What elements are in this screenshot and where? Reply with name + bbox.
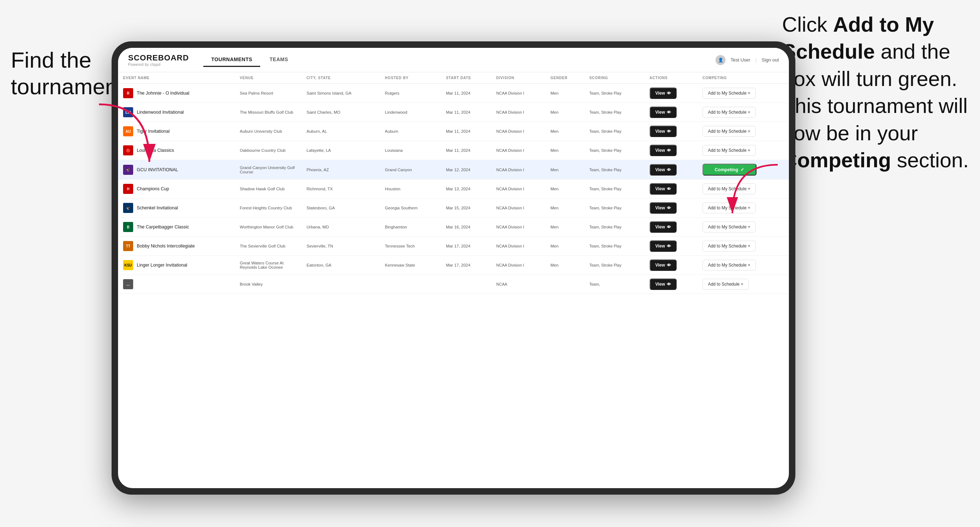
division-cell: NCAA (491, 275, 546, 294)
scoring-cell: Team, Stroke Play (584, 198, 644, 217)
team-logo: R (123, 88, 133, 98)
table-row: H Champions Cup Shadow Hawk Golf Club Ri… (118, 179, 789, 198)
event-name: Lindenwood Invitational (137, 110, 184, 115)
logo-sub: Powered by clippd (128, 63, 189, 67)
view-label: View (655, 148, 665, 153)
eye-icon: 👁 (667, 206, 671, 210)
view-button[interactable]: View 👁 (650, 202, 677, 214)
actions-cell: View 👁 (644, 122, 697, 141)
view-label: View (655, 110, 665, 115)
actions-cell: View 👁 (644, 141, 697, 160)
event-name-cell: 🦅 Schenkel Invitational (118, 198, 235, 217)
venue-cell: Shadow Hawk Golf Club (235, 179, 302, 198)
team-logo: LW (123, 107, 133, 117)
gender-cell: Men (546, 122, 584, 141)
view-label: View (655, 282, 665, 287)
eye-icon: 👁 (667, 263, 671, 267)
team-logo: TT (123, 241, 133, 251)
view-button[interactable]: View 👁 (650, 164, 677, 176)
add-label: Add to My Schedule + (708, 148, 750, 153)
eye-icon: 👁 (667, 148, 671, 152)
event-name: Champions Cup (137, 186, 169, 191)
competing-cell: Add to My Schedule + (697, 237, 789, 256)
division-cell: NCAA Division I (491, 217, 546, 237)
city-state-cell: Urbana, MD (302, 217, 380, 237)
add-label: Add to My Schedule + (708, 205, 750, 210)
view-label: View (655, 129, 665, 134)
add-to-schedule-button[interactable]: Add to My Schedule + (703, 260, 756, 270)
add-to-schedule-button[interactable]: Add to My Schedule + (703, 126, 756, 137)
eye-icon: 👁 (667, 282, 671, 286)
add-to-schedule-button[interactable]: Add to My Schedule + (703, 183, 756, 194)
col-actions: ACTIONS (644, 72, 697, 84)
hosted-by-cell: Grand Canyon (380, 160, 441, 179)
scoring-cell: Team, (584, 275, 644, 294)
add-to-schedule-button[interactable]: Add to My Schedule + (703, 88, 756, 98)
eye-icon: 👁 (667, 225, 671, 229)
annotation-right: Click Add to My Schedule and the box wil… (782, 11, 969, 173)
add-to-schedule-button[interactable]: Add to My Schedule + (703, 145, 756, 156)
view-button[interactable]: View 👁 (650, 259, 677, 271)
view-button[interactable]: View 👁 (650, 183, 677, 195)
add-to-schedule-button[interactable]: Add to Schedule + (703, 279, 749, 290)
view-button[interactable]: View 👁 (650, 240, 677, 252)
competing-cell: Add to My Schedule + (697, 141, 789, 160)
add-to-schedule-button[interactable]: Add to My Schedule + (703, 203, 756, 213)
col-event-name: EVENT NAME (118, 72, 235, 84)
actions-cell: View 👁 (644, 198, 697, 217)
event-name: The Carpetbagger Classic (137, 224, 189, 230)
col-start-date: START DATE (441, 72, 491, 84)
team-logo: AU (123, 126, 133, 137)
city-state-cell: Sevierville, TN (302, 237, 380, 256)
event-name-cell: 🦅 GCU INVITATIONAL (118, 160, 235, 179)
event-name: Bobby Nichols Intercollegiate (137, 243, 195, 249)
view-button[interactable]: View 👁 (650, 144, 677, 156)
gender-cell: Men (546, 179, 584, 198)
nav-tab-tournaments[interactable]: TOURNAMENTS (203, 53, 260, 67)
competing-button[interactable]: Competing ✓ (703, 163, 757, 176)
view-button[interactable]: View 👁 (650, 87, 677, 99)
gender-cell: Men (546, 256, 584, 275)
venue-cell: Sea Palms Resort (235, 84, 302, 103)
scoring-cell: Team, Stroke Play (584, 237, 644, 256)
tablet-frame: SCOREBOARD Powered by clippd TOURNAMENTS… (111, 41, 795, 495)
competing-cell: Add to My Schedule + (697, 198, 789, 217)
venue-cell: Great Waters Course At Reynolds Lake Oco… (235, 256, 302, 275)
hosted-by-cell: Auburn (380, 122, 441, 141)
scoring-cell: Team, Stroke Play (584, 217, 644, 237)
view-button[interactable]: View 👁 (650, 221, 677, 233)
view-label: View (655, 263, 665, 268)
eye-icon: 👁 (667, 129, 671, 133)
view-label: View (655, 167, 665, 172)
eye-icon: 👁 (667, 91, 671, 95)
city-state-cell: Auburn, AL (302, 122, 380, 141)
hosted-by-cell: Kennesaw State (380, 256, 441, 275)
event-name-cell: KSU Linger Longer Invitational (118, 256, 235, 275)
team-logo: 🔴 (123, 145, 133, 156)
sign-out-link[interactable]: Sign out (762, 57, 779, 63)
start-date-cell: Mar 17, 2024 (441, 237, 491, 256)
add-to-schedule-button[interactable]: Add to My Schedule + (703, 241, 756, 251)
venue-cell: The Missouri Bluffs Golf Club (235, 103, 302, 122)
table-row: ... Brook Valley NCAA Team, View 👁 Add t… (118, 275, 789, 294)
header-right: 👤 Test User | Sign out (716, 55, 779, 65)
division-cell: NCAA Division I (491, 141, 546, 160)
view-button[interactable]: View 👁 (650, 125, 677, 137)
city-state-cell: Saint Simons Island, GA (302, 84, 380, 103)
view-button[interactable]: View 👁 (650, 278, 677, 290)
annotation-left: Find the tournament. (11, 47, 126, 100)
start-date-cell: Mar 13, 2024 (441, 179, 491, 198)
actions-cell: View 👁 (644, 237, 697, 256)
add-to-schedule-button[interactable]: Add to My Schedule + (703, 222, 756, 232)
city-state-cell: Richmond, TX (302, 179, 380, 198)
competing-cell: Add to My Schedule + (697, 256, 789, 275)
table-container: EVENT NAME VENUE CITY, STATE HOSTED BY S… (118, 72, 789, 488)
event-name: Louisiana Classics (137, 148, 174, 153)
division-cell: NCAA Division I (491, 237, 546, 256)
nav-tab-teams[interactable]: TEAMS (262, 53, 296, 67)
gender-cell: Men (546, 237, 584, 256)
add-to-schedule-button[interactable]: Add to My Schedule + (703, 107, 756, 117)
city-state-cell: Saint Charles, MO (302, 103, 380, 122)
view-button[interactable]: View 👁 (650, 106, 677, 118)
team-logo: ... (123, 279, 133, 289)
